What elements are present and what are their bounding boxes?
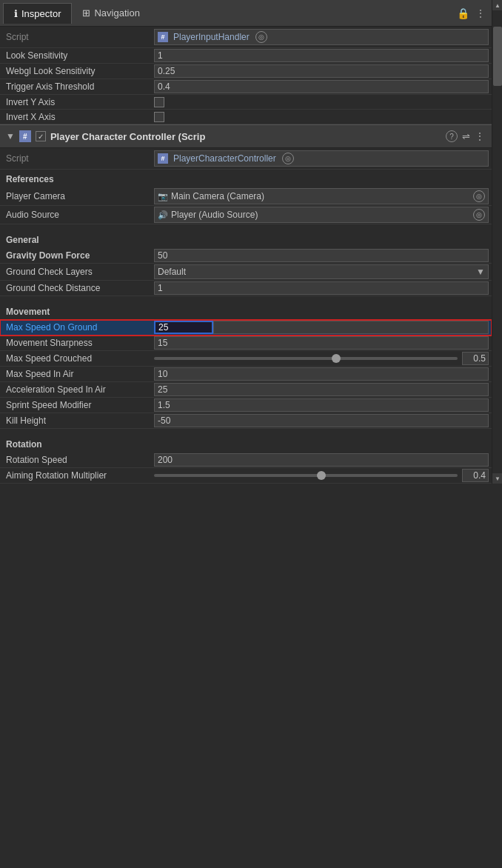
movement-sharpness-label: Movement Sharpness: [6, 338, 154, 348]
gravity-down-force-row: Gravity Down Force: [0, 248, 492, 264]
audio-source-row: Audio Source 🔊 Player (Audio Source) ◎: [0, 206, 492, 224]
max-speed-in-air-input[interactable]: [154, 367, 489, 381]
script-target-btn-2[interactable]: ◎: [282, 153, 294, 164]
aiming-rotation-multiplier-track[interactable]: [154, 474, 458, 477]
invert-x-axis-label: Invert X Axis: [6, 112, 154, 122]
audio-source-target-btn[interactable]: ◎: [473, 209, 485, 221]
invert-x-axis-value: [154, 112, 489, 122]
spacer-2: [0, 296, 492, 302]
invert-x-axis-checkbox[interactable]: [154, 112, 164, 122]
look-sensitivity-input[interactable]: [154, 49, 489, 62]
aiming-rotation-multiplier-row: Aiming Rotation Multiplier: [0, 468, 492, 484]
tab-inspector[interactable]: ℹ Inspector: [3, 3, 72, 24]
hash-icon: #: [158, 32, 168, 42]
movement-sharpness-row: Movement Sharpness: [0, 335, 492, 351]
ground-check-distance-label: Ground Check Distance: [6, 283, 154, 293]
acceleration-speed-in-air-row: Acceleration Speed In Air: [0, 382, 492, 398]
component-enabled-checkbox[interactable]: ✓: [36, 131, 46, 141]
sprint-speed-modifier-input[interactable]: [154, 398, 489, 412]
aiming-rotation-multiplier-label: Aiming Rotation Multiplier: [6, 470, 154, 481]
scrollbar-up-arrow[interactable]: ▲: [492, 0, 502, 10]
references-section-header: References: [0, 170, 492, 187]
movement-sharpness-value: [154, 336, 489, 350]
webgl-look-sensitivity-input[interactable]: [154, 64, 489, 78]
script-label-2: Script: [6, 153, 154, 164]
look-sensitivity-label: Look Sensitivity: [6, 50, 154, 61]
lock-icon[interactable]: 🔒: [457, 7, 469, 19]
more-options-icon[interactable]: ⋮: [475, 7, 486, 19]
aiming-rotation-multiplier-thumb[interactable]: [317, 471, 326, 480]
ground-check-layers-row: Ground Check Layers Default ▼: [0, 264, 492, 281]
tab-navigation[interactable]: ⊞ Navigation: [72, 3, 150, 23]
player-camera-target-btn[interactable]: ◎: [473, 190, 485, 202]
script-value-char-controller[interactable]: # PlayerCharacterController ◎: [154, 150, 489, 167]
invert-y-axis-value: [154, 97, 489, 107]
max-speed-crouched-value-input[interactable]: [462, 352, 489, 365]
ground-check-distance-input[interactable]: [154, 281, 489, 295]
kill-height-row: Kill Height: [0, 413, 492, 429]
ground-check-layers-dropdown[interactable]: Default ▼: [154, 264, 489, 279]
movement-label: Movement: [6, 307, 50, 317]
component-settings-icon[interactable]: ⇌: [462, 131, 470, 142]
acceleration-speed-in-air-value: [154, 383, 489, 396]
tab-navigation-label: Navigation: [94, 7, 139, 19]
rotation-label: Rotation: [6, 439, 42, 450]
max-speed-remainder: [213, 321, 489, 334]
sprint-speed-modifier-value: [154, 398, 489, 412]
invert-y-axis-checkbox[interactable]: [154, 97, 164, 107]
player-camera-label: Player Camera: [6, 191, 154, 201]
audio-source-label: Audio Source: [6, 210, 154, 220]
tab-bar: ℹ Inspector ⊞ Navigation 🔒 ⋮: [0, 0, 492, 27]
dropdown-arrow-icon: ▼: [476, 267, 485, 277]
max-speed-on-ground-input[interactable]: [154, 321, 213, 334]
kill-height-input[interactable]: [154, 414, 489, 427]
look-sensitivity-row: Look Sensitivity: [0, 48, 492, 64]
ground-check-distance-value: [154, 281, 489, 295]
max-speed-crouched-thumb[interactable]: [332, 354, 341, 363]
player-character-controller-header: ▼ # ✓ Player Character Controller (Scrip…: [0, 124, 492, 148]
player-camera-value[interactable]: 📷 Main Camera (Camera) ◎: [154, 188, 489, 204]
spacer-3: [0, 429, 492, 435]
sprint-speed-modifier-label: Sprint Speed Modifier: [6, 400, 154, 410]
script-label: Script: [6, 32, 154, 42]
aiming-rotation-multiplier-value-input[interactable]: [462, 469, 489, 482]
scrollbar[interactable]: ▲ ▼: [492, 0, 502, 484]
script-value-input-handler[interactable]: # PlayerInputHandler ◎: [154, 29, 489, 45]
trigger-axis-threshold-value: [154, 80, 489, 93]
max-speed-in-air-row: Max Speed In Air: [0, 367, 492, 382]
hash-icon-2: #: [158, 153, 168, 164]
component-help-icon[interactable]: ?: [446, 130, 458, 142]
webgl-look-sensitivity-row: Webgl Look Sensitivity: [0, 64, 492, 79]
acceleration-speed-in-air-input[interactable]: [154, 383, 489, 396]
audio-source-ref: Player (Audio Source): [171, 210, 258, 220]
scrollbar-down-arrow[interactable]: ▼: [492, 473, 502, 484]
kill-height-value: [154, 414, 489, 427]
max-speed-crouched-label: Max Speed Crouched: [6, 353, 154, 364]
movement-section-header: Movement: [0, 302, 492, 320]
references-label: References: [6, 174, 54, 184]
rotation-speed-value: [154, 453, 489, 467]
max-speed-in-air-value: [154, 367, 489, 381]
gravity-down-force-input[interactable]: [154, 249, 489, 262]
component-more-icon[interactable]: ⋮: [475, 130, 486, 142]
aiming-rotation-multiplier-slider-container: [154, 469, 489, 482]
max-speed-crouched-track[interactable]: [154, 357, 458, 360]
audio-icon: 🔊: [158, 210, 168, 220]
invert-x-axis-row: Invert X Axis: [0, 110, 492, 124]
max-speed-crouched-row: Max Speed Crouched: [0, 351, 492, 367]
webgl-look-sensitivity-label: Webgl Look Sensitivity: [6, 66, 154, 76]
script-row-input-handler: Script # PlayerInputHandler ◎: [0, 27, 492, 48]
trigger-axis-threshold-row: Trigger Axis Threshold: [0, 79, 492, 95]
collapse-arrow-icon[interactable]: ▼: [6, 131, 15, 141]
audio-source-value[interactable]: 🔊 Player (Audio Source) ◎: [154, 207, 489, 223]
max-speed-on-ground-label: Max Speed On Ground: [6, 322, 154, 333]
gravity-down-force-label: Gravity Down Force: [6, 250, 154, 261]
script-target-btn[interactable]: ◎: [255, 31, 267, 43]
rotation-speed-input[interactable]: [154, 453, 489, 467]
rotation-speed-row: Rotation Speed: [0, 453, 492, 468]
script-row-char-controller: Script # PlayerCharacterController ◎: [0, 148, 492, 170]
movement-sharpness-input[interactable]: [154, 336, 489, 350]
script-name: PlayerInputHandler: [173, 32, 250, 42]
trigger-axis-threshold-input[interactable]: [154, 80, 489, 93]
scrollbar-thumb[interactable]: [493, 27, 502, 86]
